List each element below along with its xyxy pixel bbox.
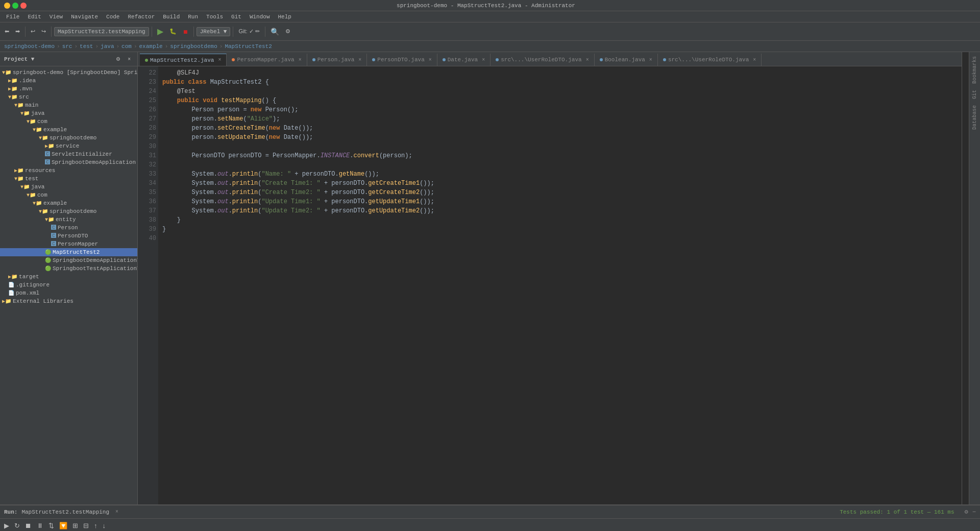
prev-btn[interactable]: ↑ [92, 521, 100, 530]
pause-btn[interactable]: ⏸ [35, 521, 45, 530]
filter-btn[interactable]: 🔽 [57, 521, 69, 530]
nav-example[interactable]: example [139, 43, 163, 50]
nav-springboot-demo[interactable]: springboot-demo [4, 43, 55, 50]
menu-git[interactable]: Git [227, 13, 246, 21]
menu-code[interactable]: Code [102, 13, 124, 21]
tree-persondto[interactable]: 🅲 PersonDTO [0, 232, 137, 240]
tree-test-example[interactable]: ▼📁 example [0, 199, 137, 207]
code-text[interactable]: @SLF4J public class MapStructTest2 { @Te… [158, 66, 962, 504]
sort-btn[interactable]: ⇅ [46, 521, 56, 530]
tab-close-btn[interactable]: × [586, 57, 589, 63]
tab-persondto[interactable]: PersonDTO.java × [367, 54, 437, 66]
tab-mapstructtest2[interactable]: MapStructTest2.java × [140, 54, 227, 66]
tree-main-example[interactable]: ▼📁 example [0, 126, 137, 134]
menu-tools[interactable]: Tools [202, 13, 227, 21]
redo-btn[interactable]: ↪ [39, 27, 48, 36]
tab-close-btn[interactable]: × [429, 57, 432, 63]
nav-mapstructtest2[interactable]: MapStructTest2 [225, 43, 272, 50]
tab-userroledto1[interactable]: src\...\UserRoleDTO.java × [491, 54, 594, 66]
menu-file[interactable]: File [2, 13, 23, 21]
stop-btn[interactable]: ⏹ [180, 27, 191, 36]
menu-window[interactable]: Window [246, 13, 274, 21]
menu-build[interactable]: Build [159, 13, 184, 21]
tree-personmapper[interactable]: 🅲 PersonMapper [0, 240, 137, 248]
search-everywhere-btn[interactable]: 🔍 [268, 26, 282, 37]
nav-src[interactable]: src [62, 43, 72, 50]
tab-close-btn[interactable]: × [299, 57, 302, 63]
tab-close-btn[interactable]: × [482, 57, 485, 63]
tree-root[interactable]: ▼📁 springboot-demo [SpringbootDemo] Spri… [0, 68, 137, 77]
tree-person[interactable]: 🅲 Person [0, 224, 137, 232]
collapse-all-btn[interactable]: ⊟ [81, 521, 91, 530]
tree-idea[interactable]: ▶📁 .idea [0, 77, 137, 85]
tree-external-libs[interactable]: ▶📁 External Libraries [0, 297, 137, 305]
undo-btn[interactable]: ↩ [28, 27, 38, 36]
tree-pom[interactable]: 📄 pom.xml [0, 289, 137, 297]
tree-mapstructtest2[interactable]: 🟢 MapStructTest2 [0, 248, 137, 256]
tree-target[interactable]: ▶📁 target [0, 273, 137, 281]
menu-run[interactable]: Run [184, 13, 202, 21]
close-btn[interactable] [20, 3, 27, 9]
maximize-btn[interactable] [12, 3, 18, 9]
stop-run-btn[interactable]: ⏹ [23, 521, 34, 530]
tree-test-java[interactable]: ▼📁 java [0, 183, 137, 191]
tree-springbootdemo-app[interactable]: 🅲 SpringbootDemoApplication [0, 158, 137, 166]
tab-close-btn[interactable]: × [358, 57, 361, 63]
next-btn[interactable]: ↓ [101, 521, 108, 530]
minimize-btn[interactable] [4, 3, 10, 9]
settings-btn[interactable]: ⚙ [283, 27, 293, 36]
run-settings-icon[interactable]: ⚙ [965, 508, 968, 516]
tree-src[interactable]: ▼📁 src [0, 93, 137, 101]
tree-main-java[interactable]: ▼📁 java [0, 109, 137, 117]
menu-view[interactable]: View [45, 13, 67, 21]
tree-mvn[interactable]: ▶📁 .mvn [0, 85, 137, 93]
menu-refactor[interactable]: Refactor [124, 13, 159, 21]
tree-resources[interactable]: ▶📁 resources [0, 166, 137, 175]
menu-edit[interactable]: Edit [23, 13, 45, 21]
tab-personmapper[interactable]: PersonMapper.java × [227, 54, 307, 66]
nav-java[interactable]: java [101, 43, 114, 50]
project-close-btn[interactable]: × [125, 55, 133, 63]
tab-person[interactable]: Person.java × [307, 54, 368, 66]
tab-date[interactable]: Date.java × [437, 54, 491, 66]
tree-main[interactable]: ▼📁 main [0, 101, 137, 109]
debug-btn[interactable]: 🐛 [167, 27, 179, 36]
nav-test[interactable]: test [80, 43, 93, 50]
forward-btn[interactable]: ➡ [13, 27, 22, 36]
run-config-dropdown[interactable]: MapStructTest2.testMapping [54, 27, 149, 36]
project-settings-btn[interactable]: ⚙ [113, 55, 123, 63]
git-icon[interactable]: Git [971, 88, 978, 101]
tab-close-btn[interactable]: × [649, 57, 652, 63]
tree-service[interactable]: ▶📁 service [0, 142, 137, 150]
tree-springbootdemo-apptest[interactable]: 🟢 SpringbootDemoApplicationTe... [0, 256, 137, 264]
tab-close-btn[interactable]: × [753, 57, 756, 63]
git-btn[interactable]: Git: ✓ ✏ [236, 27, 262, 36]
rerun-btn[interactable]: ▶ [2, 521, 11, 530]
run-btn[interactable]: ▶ [155, 25, 166, 38]
close-tab-icon[interactable]: × [115, 509, 118, 515]
tree-springboottestapp[interactable]: 🟢 SpringbootTestApplicationTes... [0, 264, 137, 273]
jrebel-dropdown[interactable]: JRebel ▼ [197, 27, 231, 36]
back-btn[interactable]: ⬅ [2, 27, 12, 36]
tree-test-com[interactable]: ▼📁 com [0, 191, 137, 199]
tree-test-springbootdemo[interactable]: ▼📁 springbootdemo [0, 207, 137, 215]
tab-userroledto2[interactable]: src\...\UserRoleDTO.java × [658, 54, 762, 66]
rerun-failed-btn[interactable]: ↻ [12, 521, 22, 530]
bookmarks-icon[interactable]: Bookmarks [971, 54, 978, 86]
nav-com[interactable]: com [121, 43, 132, 50]
tree-main-springbootdemo[interactable]: ▼📁 springbootdemo [0, 134, 137, 142]
tree-main-com[interactable]: ▼📁 com [0, 117, 137, 126]
tab-close-btn[interactable]: × [218, 57, 221, 63]
tab-boolean[interactable]: Boolean.java × [595, 54, 658, 66]
menu-navigate[interactable]: Navigate [67, 13, 102, 21]
code-editor[interactable]: 22 23 24 25 26 27 28 29 30 31 32 33 34 3… [138, 66, 962, 504]
database-icon[interactable]: Database [971, 103, 978, 132]
tree-entity[interactable]: ▼📁 entity [0, 215, 137, 224]
tree-servletinitializer[interactable]: 🅲 ServletInitializer [0, 150, 137, 158]
nav-springbootdemo[interactable]: springbootdemo [170, 43, 217, 50]
run-minimize-icon[interactable]: − [972, 509, 976, 516]
expand-all-btn[interactable]: ⊞ [70, 521, 80, 530]
tree-gitignore[interactable]: 📄 .gitignore [0, 281, 137, 289]
tree-test[interactable]: ▼📁 test [0, 175, 137, 183]
menu-help[interactable]: Help [274, 13, 296, 21]
